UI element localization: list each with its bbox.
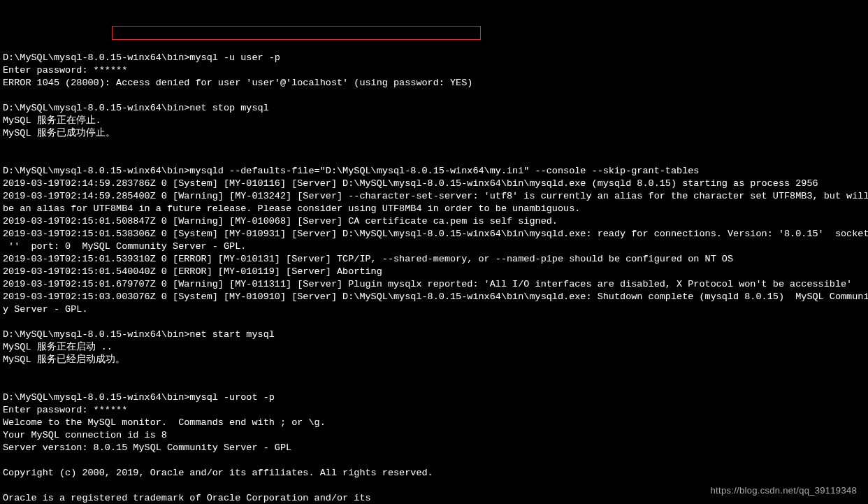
terminal-line: [3, 379, 868, 391]
terminal-line: [3, 454, 868, 467]
terminal-line: be an alias for UTF8MB4 in a future rele…: [3, 203, 868, 215]
terminal-line: [3, 152, 868, 165]
terminal-line: D:\MySQL\mysql-8.0.15-winx64\bin>net sto…: [3, 102, 868, 115]
terminal-line: MySQL 服务已成功停止。: [3, 127, 868, 140]
terminal-line: [3, 140, 868, 152]
terminal-line: 2019-03-19T02:15:01.539310Z 0 [ERROR] [M…: [3, 253, 868, 266]
terminal-line: Enter password: ******: [3, 404, 868, 417]
terminal-line: 2019-03-19T02:15:01.538306Z 0 [System] […: [3, 228, 868, 240]
terminal-line: D:\MySQL\mysql-8.0.15-winx64\bin>net sta…: [3, 329, 868, 341]
terminal-line: '' port: 0 MySQL Community Server - GPL.: [3, 240, 868, 253]
terminal-line: D:\MySQL\mysql-8.0.15-winx64\bin>mysql -…: [3, 391, 868, 404]
terminal-line: 2019-03-19T02:15:01.540040Z 0 [ERROR] [M…: [3, 266, 868, 278]
terminal-line: MySQL 服务正在停止.: [3, 115, 868, 127]
terminal-line: Server version: 8.0.15 MySQL Community S…: [3, 442, 868, 454]
terminal-line: Welcome to the MySQL monitor. Commands e…: [3, 417, 868, 429]
terminal-line: 2019-03-19T02:15:03.003076Z 0 [System] […: [3, 291, 868, 303]
terminal-line: Enter password: ******: [3, 64, 868, 77]
terminal-line: [3, 366, 868, 379]
terminal-output[interactable]: D:\MySQL\mysql-8.0.15-winx64\bin>mysql -…: [0, 52, 868, 504]
terminal-line: D:\MySQL\mysql-8.0.15-winx64\bin>mysqld …: [3, 165, 868, 178]
terminal-line: Your MySQL connection id is 8: [3, 429, 868, 442]
terminal-line: D:\MySQL\mysql-8.0.15-winx64\bin>mysql -…: [3, 52, 868, 64]
terminal-line: 2019-03-19T02:14:59.283786Z 0 [System] […: [3, 178, 868, 190]
watermark: https://blog.csdn.net/qq_39119348: [711, 484, 857, 497]
terminal-line: 2019-03-19T02:14:59.285400Z 0 [Warning] …: [3, 190, 868, 203]
terminal-line: MySQL 服务已经启动成功。: [3, 354, 868, 366]
terminal-line: MySQL 服务正在启动 ..: [3, 341, 868, 354]
terminal-line: y Server - GPL.: [3, 303, 868, 316]
terminal-line: 2019-03-19T02:15:01.508847Z 0 [Warning] …: [3, 215, 868, 228]
terminal-line: [3, 316, 868, 329]
terminal-line: Copyright (c) 2000, 2019, Oracle and/or …: [3, 467, 868, 480]
error-highlight-box: [112, 26, 481, 40]
terminal-line: 2019-03-19T02:15:01.679707Z 0 [Warning] …: [3, 278, 868, 291]
terminal-line: [3, 89, 868, 102]
terminal-line: ERROR 1045 (28000): Access denied for us…: [3, 77, 868, 89]
